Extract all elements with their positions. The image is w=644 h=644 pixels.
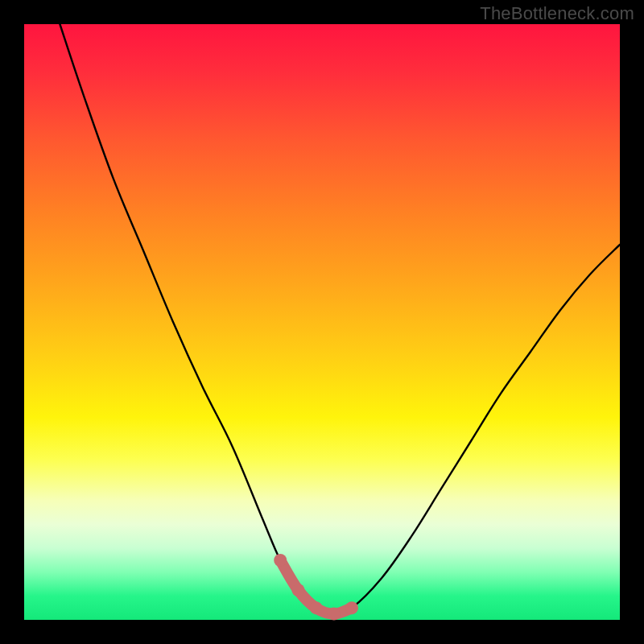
highlight-dot	[310, 601, 323, 614]
highlight-dot	[274, 554, 287, 567]
highlight-dot	[291, 584, 304, 597]
highlight-dot	[345, 601, 358, 614]
plot-area	[24, 24, 620, 620]
main-curve	[60, 24, 620, 614]
watermark-text: TheBottleneck.com	[480, 3, 634, 24]
curve-svg	[24, 24, 620, 620]
chart-frame: TheBottleneck.com	[0, 0, 644, 644]
highlight-dot	[328, 608, 341, 621]
